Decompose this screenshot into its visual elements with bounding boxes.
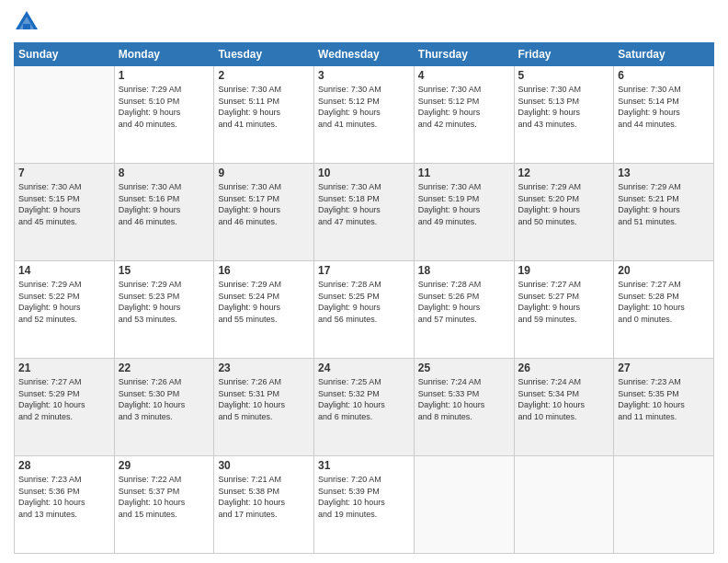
calendar-week-2: 7Sunrise: 7:30 AMSunset: 5:15 PMDaylight… bbox=[15, 164, 714, 261]
day-info: Sunrise: 7:30 AMSunset: 5:16 PMDaylight:… bbox=[119, 181, 210, 227]
calendar-cell: 30Sunrise: 7:21 AMSunset: 5:38 PMDayligh… bbox=[214, 456, 314, 554]
calendar-cell: 22Sunrise: 7:26 AMSunset: 5:30 PMDayligh… bbox=[114, 359, 214, 456]
calendar-header-row: SundayMondayTuesdayWednesdayThursdayFrid… bbox=[15, 43, 714, 66]
calendar-cell bbox=[15, 66, 115, 164]
svg-rect-2 bbox=[23, 24, 30, 29]
day-info: Sunrise: 7:30 AMSunset: 5:19 PMDaylight:… bbox=[418, 181, 510, 227]
calendar-cell bbox=[414, 456, 514, 554]
day-info: Sunrise: 7:28 AMSunset: 5:26 PMDaylight:… bbox=[418, 279, 510, 325]
day-info: Sunrise: 7:23 AMSunset: 5:35 PMDaylight:… bbox=[618, 376, 710, 422]
day-info: Sunrise: 7:24 AMSunset: 5:34 PMDaylight:… bbox=[518, 376, 610, 422]
day-info: Sunrise: 7:26 AMSunset: 5:31 PMDaylight:… bbox=[218, 376, 310, 422]
col-header-thursday: Thursday bbox=[414, 43, 514, 66]
day-number: 29 bbox=[119, 459, 210, 472]
calendar-cell: 4Sunrise: 7:30 AMSunset: 5:12 PMDaylight… bbox=[414, 66, 514, 164]
day-number: 22 bbox=[119, 362, 210, 374]
col-header-wednesday: Wednesday bbox=[314, 43, 415, 66]
day-info: Sunrise: 7:27 AMSunset: 5:29 PMDaylight:… bbox=[18, 376, 110, 422]
day-info: Sunrise: 7:29 AMSunset: 5:22 PMDaylight:… bbox=[18, 279, 110, 325]
day-info: Sunrise: 7:29 AMSunset: 5:23 PMDaylight:… bbox=[119, 279, 210, 325]
day-number: 7 bbox=[18, 167, 110, 179]
calendar-cell: 31Sunrise: 7:20 AMSunset: 5:39 PMDayligh… bbox=[314, 456, 415, 554]
day-info: Sunrise: 7:24 AMSunset: 5:33 PMDaylight:… bbox=[418, 376, 510, 422]
calendar-week-5: 28Sunrise: 7:23 AMSunset: 5:36 PMDayligh… bbox=[15, 456, 714, 554]
calendar-cell: 2Sunrise: 7:30 AMSunset: 5:11 PMDaylight… bbox=[214, 66, 314, 164]
calendar-cell: 13Sunrise: 7:29 AMSunset: 5:21 PMDayligh… bbox=[614, 164, 714, 261]
calendar-cell: 8Sunrise: 7:30 AMSunset: 5:16 PMDaylight… bbox=[114, 164, 214, 261]
calendar-cell: 16Sunrise: 7:29 AMSunset: 5:24 PMDayligh… bbox=[214, 261, 314, 359]
calendar-table: SundayMondayTuesdayWednesdayThursdayFrid… bbox=[14, 42, 714, 554]
day-number: 1 bbox=[119, 69, 210, 82]
day-info: Sunrise: 7:26 AMSunset: 5:30 PMDaylight:… bbox=[119, 376, 210, 422]
col-header-sunday: Sunday bbox=[15, 43, 115, 66]
day-info: Sunrise: 7:22 AMSunset: 5:37 PMDaylight:… bbox=[119, 474, 210, 520]
day-info: Sunrise: 7:30 AMSunset: 5:11 PMDaylight:… bbox=[218, 84, 310, 130]
day-number: 26 bbox=[518, 362, 610, 374]
calendar-cell: 21Sunrise: 7:27 AMSunset: 5:29 PMDayligh… bbox=[15, 359, 115, 456]
calendar-cell: 26Sunrise: 7:24 AMSunset: 5:34 PMDayligh… bbox=[514, 359, 614, 456]
calendar-cell: 11Sunrise: 7:30 AMSunset: 5:19 PMDayligh… bbox=[414, 164, 514, 261]
day-number: 18 bbox=[418, 264, 510, 277]
day-info: Sunrise: 7:27 AMSunset: 5:27 PMDaylight:… bbox=[518, 279, 610, 325]
calendar-cell: 27Sunrise: 7:23 AMSunset: 5:35 PMDayligh… bbox=[614, 359, 714, 456]
calendar-cell: 6Sunrise: 7:30 AMSunset: 5:14 PMDaylight… bbox=[614, 66, 714, 164]
day-number: 6 bbox=[618, 69, 710, 82]
calendar-cell: 25Sunrise: 7:24 AMSunset: 5:33 PMDayligh… bbox=[414, 359, 514, 456]
header bbox=[14, 9, 714, 35]
day-number: 30 bbox=[218, 459, 310, 472]
day-info: Sunrise: 7:20 AMSunset: 5:39 PMDaylight:… bbox=[318, 474, 410, 520]
calendar-cell: 1Sunrise: 7:29 AMSunset: 5:10 PMDaylight… bbox=[114, 66, 214, 164]
day-number: 28 bbox=[18, 459, 110, 472]
day-number: 24 bbox=[318, 362, 410, 374]
calendar-cell: 9Sunrise: 7:30 AMSunset: 5:17 PMDaylight… bbox=[214, 164, 314, 261]
calendar-cell: 10Sunrise: 7:30 AMSunset: 5:18 PMDayligh… bbox=[314, 164, 415, 261]
day-info: Sunrise: 7:30 AMSunset: 5:15 PMDaylight:… bbox=[18, 181, 110, 227]
day-info: Sunrise: 7:29 AMSunset: 5:10 PMDaylight:… bbox=[119, 84, 210, 130]
day-info: Sunrise: 7:29 AMSunset: 5:21 PMDaylight:… bbox=[618, 181, 710, 227]
day-number: 17 bbox=[318, 264, 410, 277]
day-number: 2 bbox=[218, 69, 310, 82]
day-number: 4 bbox=[418, 69, 510, 82]
day-number: 19 bbox=[518, 264, 610, 277]
day-info: Sunrise: 7:30 AMSunset: 5:12 PMDaylight:… bbox=[318, 84, 410, 130]
calendar-cell: 18Sunrise: 7:28 AMSunset: 5:26 PMDayligh… bbox=[414, 261, 514, 359]
day-number: 15 bbox=[119, 264, 210, 277]
col-header-saturday: Saturday bbox=[614, 43, 714, 66]
day-info: Sunrise: 7:30 AMSunset: 5:12 PMDaylight:… bbox=[418, 84, 510, 130]
calendar-cell bbox=[614, 456, 714, 554]
day-number: 9 bbox=[218, 167, 310, 179]
calendar-cell: 23Sunrise: 7:26 AMSunset: 5:31 PMDayligh… bbox=[214, 359, 314, 456]
day-info: Sunrise: 7:29 AMSunset: 5:20 PMDaylight:… bbox=[518, 181, 610, 227]
calendar-cell: 17Sunrise: 7:28 AMSunset: 5:25 PMDayligh… bbox=[314, 261, 415, 359]
day-info: Sunrise: 7:27 AMSunset: 5:28 PMDaylight:… bbox=[618, 279, 710, 325]
day-number: 3 bbox=[318, 69, 410, 82]
calendar-cell: 29Sunrise: 7:22 AMSunset: 5:37 PMDayligh… bbox=[114, 456, 214, 554]
day-info: Sunrise: 7:30 AMSunset: 5:13 PMDaylight:… bbox=[518, 84, 610, 130]
day-number: 11 bbox=[418, 167, 510, 179]
page: SundayMondayTuesdayWednesdayThursdayFrid… bbox=[0, 0, 728, 563]
calendar-cell: 3Sunrise: 7:30 AMSunset: 5:12 PMDaylight… bbox=[314, 66, 415, 164]
day-info: Sunrise: 7:30 AMSunset: 5:14 PMDaylight:… bbox=[618, 84, 710, 130]
day-info: Sunrise: 7:28 AMSunset: 5:25 PMDaylight:… bbox=[318, 279, 410, 325]
day-number: 12 bbox=[518, 167, 610, 179]
col-header-friday: Friday bbox=[514, 43, 614, 66]
calendar-cell: 14Sunrise: 7:29 AMSunset: 5:22 PMDayligh… bbox=[15, 261, 115, 359]
day-number: 25 bbox=[418, 362, 510, 374]
day-info: Sunrise: 7:25 AMSunset: 5:32 PMDaylight:… bbox=[318, 376, 410, 422]
day-info: Sunrise: 7:30 AMSunset: 5:17 PMDaylight:… bbox=[218, 181, 310, 227]
day-number: 8 bbox=[119, 167, 210, 179]
calendar-cell: 12Sunrise: 7:29 AMSunset: 5:20 PMDayligh… bbox=[514, 164, 614, 261]
calendar-cell: 7Sunrise: 7:30 AMSunset: 5:15 PMDaylight… bbox=[15, 164, 115, 261]
calendar-week-4: 21Sunrise: 7:27 AMSunset: 5:29 PMDayligh… bbox=[15, 359, 714, 456]
col-header-monday: Monday bbox=[114, 43, 214, 66]
calendar-week-1: 1Sunrise: 7:29 AMSunset: 5:10 PMDaylight… bbox=[15, 66, 714, 164]
day-number: 21 bbox=[18, 362, 110, 374]
calendar-cell: 15Sunrise: 7:29 AMSunset: 5:23 PMDayligh… bbox=[114, 261, 214, 359]
day-number: 5 bbox=[518, 69, 610, 82]
day-number: 14 bbox=[18, 264, 110, 277]
day-number: 31 bbox=[318, 459, 410, 472]
day-number: 16 bbox=[218, 264, 310, 277]
calendar-week-3: 14Sunrise: 7:29 AMSunset: 5:22 PMDayligh… bbox=[15, 261, 714, 359]
logo-icon bbox=[14, 9, 40, 35]
calendar-cell: 24Sunrise: 7:25 AMSunset: 5:32 PMDayligh… bbox=[314, 359, 415, 456]
